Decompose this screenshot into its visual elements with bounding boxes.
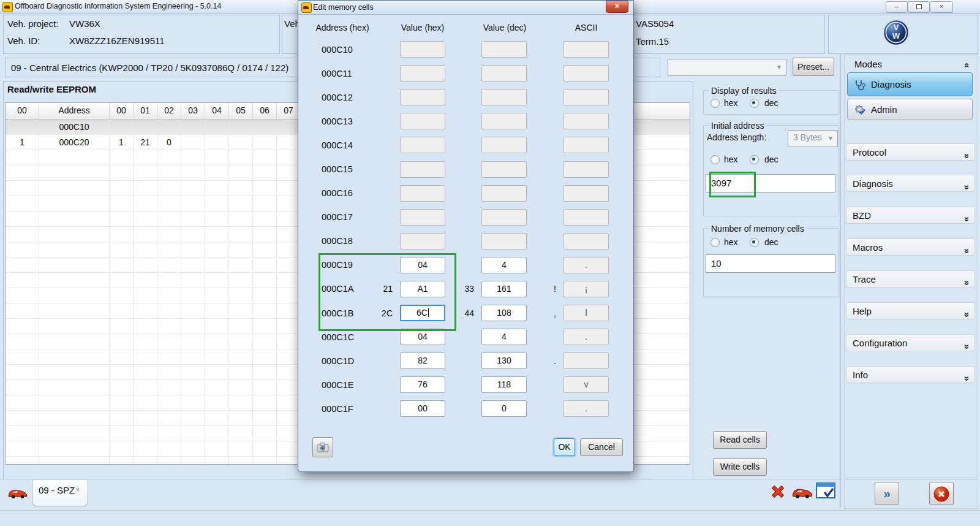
table-cell bbox=[110, 395, 134, 411]
cell-hex-input[interactable]: 00 bbox=[400, 400, 445, 417]
table-cell bbox=[253, 181, 277, 196]
initial-hex-radio[interactable] bbox=[710, 155, 720, 164]
cell-dec-input[interactable]: 108 bbox=[481, 305, 527, 321]
table-cell bbox=[39, 242, 110, 257]
cell-dec-input[interactable]: 130 bbox=[481, 353, 527, 369]
cell-dec-input[interactable]: 4 bbox=[481, 257, 527, 273]
sidebar-section-macros[interactable]: Macros» bbox=[846, 238, 975, 256]
exit-red-circle-icon bbox=[933, 486, 949, 502]
dialog-close-button[interactable]: × bbox=[606, 1, 628, 13]
preset-combobox[interactable]: ▼ bbox=[668, 59, 786, 76]
window-check-icon[interactable] bbox=[816, 482, 837, 501]
expand-down-icon[interactable]: » bbox=[959, 153, 975, 158]
read-cells-button[interactable]: Read cells bbox=[713, 431, 767, 449]
sidebar-section-bzd[interactable]: BZD» bbox=[846, 207, 975, 224]
session-tab-close-icon[interactable]: × bbox=[75, 485, 80, 494]
mode-button-label: Admin bbox=[871, 104, 897, 115]
cell-old-ascii: . bbox=[527, 356, 564, 366]
cell-hex-input[interactable]: 04 bbox=[400, 329, 445, 345]
session-tab[interactable]: 09 - SPZ × bbox=[32, 479, 88, 506]
initial-hex-label: hex bbox=[724, 154, 738, 164]
cells-hex-radio[interactable] bbox=[710, 238, 720, 247]
cell-hex-input[interactable] bbox=[400, 185, 445, 202]
preset-button[interactable]: Preset... bbox=[793, 58, 834, 76]
table-cell: 0 bbox=[157, 135, 181, 150]
cell-dec-input[interactable]: 0 bbox=[481, 400, 527, 417]
sidebar-section-label: Macros bbox=[853, 242, 883, 253]
cell-hex-input[interactable] bbox=[400, 41, 445, 58]
cancel-button[interactable]: Cancel bbox=[580, 438, 623, 456]
cell-dec-input[interactable] bbox=[481, 209, 527, 226]
expand-down-icon[interactable]: » bbox=[959, 185, 975, 189]
cell-hex-input[interactable] bbox=[400, 89, 445, 105]
continue-button[interactable]: » bbox=[875, 482, 899, 505]
cell-dec-input[interactable]: 118 bbox=[481, 376, 527, 393]
table-cell bbox=[253, 196, 277, 212]
screenshot-button[interactable] bbox=[312, 437, 333, 457]
display-hex-radio[interactable] bbox=[710, 99, 720, 108]
memory-cells-input[interactable]: 10 bbox=[706, 254, 835, 273]
table-cell bbox=[205, 411, 229, 426]
table-cell bbox=[181, 242, 205, 257]
expand-down-icon[interactable]: » bbox=[959, 312, 975, 317]
cell-dec-input[interactable] bbox=[481, 113, 527, 129]
expand-down-icon[interactable]: » bbox=[959, 216, 975, 221]
restore-button[interactable] bbox=[908, 1, 930, 13]
cell-hex-input[interactable] bbox=[400, 209, 445, 226]
table-cell bbox=[110, 120, 134, 135]
sidebar-section-help[interactable]: Help» bbox=[846, 302, 975, 319]
cell-dec-input[interactable] bbox=[481, 185, 527, 202]
sidebar-section-info[interactable]: Info» bbox=[846, 366, 975, 383]
cell-hex-input[interactable]: 76 bbox=[400, 376, 445, 393]
cell-hex-input[interactable]: A1 bbox=[400, 281, 445, 297]
close-button[interactable]: × bbox=[930, 1, 953, 13]
col-header-ascii: ASCII bbox=[575, 23, 598, 32]
cell-dec-input[interactable] bbox=[481, 89, 527, 105]
cell-hex-input[interactable]: 82 bbox=[400, 353, 445, 369]
display-dec-radio[interactable] bbox=[750, 99, 759, 108]
cell-hex-input[interactable] bbox=[400, 161, 445, 178]
cell-hex-input[interactable] bbox=[400, 113, 445, 129]
collapse-up-icon[interactable]: » bbox=[960, 63, 971, 67]
cell-dec-input[interactable] bbox=[481, 233, 527, 250]
cancel-x-icon[interactable] bbox=[769, 483, 786, 500]
cell-dec-input[interactable]: 4 bbox=[481, 329, 527, 345]
table-cell bbox=[181, 227, 205, 242]
sidebar-section-trace[interactable]: Trace» bbox=[846, 270, 975, 288]
table-cell bbox=[157, 120, 181, 135]
cells-dec-radio[interactable] bbox=[750, 238, 759, 247]
cell-hex-input[interactable]: 04 bbox=[400, 257, 445, 273]
cell-dec-input[interactable] bbox=[481, 65, 527, 82]
expand-down-icon[interactable]: » bbox=[959, 376, 975, 381]
cell-hex-input[interactable] bbox=[400, 233, 445, 250]
sidebar-section-configuration[interactable]: Configuration» bbox=[846, 334, 975, 351]
table-cell bbox=[253, 334, 277, 349]
mode-button-diagnosis[interactable]: Diagnosis bbox=[847, 72, 973, 96]
cell-dec-input[interactable] bbox=[481, 161, 527, 178]
table-cell bbox=[229, 380, 253, 395]
ok-button[interactable]: OK bbox=[554, 438, 575, 456]
cell-hex-input[interactable] bbox=[400, 137, 445, 153]
cell-hex-input[interactable] bbox=[400, 65, 445, 82]
cell-dec-input[interactable] bbox=[481, 41, 527, 58]
write-cells-button[interactable]: Write cells bbox=[713, 458, 767, 476]
expand-down-icon[interactable]: » bbox=[959, 248, 975, 253]
cell-dec-input[interactable]: 161 bbox=[481, 281, 527, 297]
address-length-value: 3 Bytes bbox=[793, 132, 822, 142]
car-action-icon[interactable] bbox=[791, 486, 813, 500]
address-length-combobox[interactable]: 3 Bytes ▼ bbox=[788, 130, 838, 147]
sidebar-section-diagnosis[interactable]: Diagnosis» bbox=[846, 175, 975, 192]
table-cell bbox=[6, 441, 39, 457]
expand-down-icon[interactable]: » bbox=[959, 344, 975, 349]
mode-button-admin[interactable]: Admin bbox=[847, 99, 973, 120]
sidebar-section-protocol[interactable]: Protocol» bbox=[846, 143, 975, 161]
table-cell bbox=[205, 426, 229, 441]
initial-address-input[interactable]: 3097 bbox=[706, 174, 835, 192]
expand-down-icon[interactable]: » bbox=[959, 280, 975, 285]
eeprom-col-header: 04 bbox=[205, 103, 229, 119]
exit-button[interactable] bbox=[929, 482, 954, 505]
initial-dec-radio[interactable] bbox=[750, 155, 759, 164]
minimize-button[interactable]: – bbox=[886, 1, 908, 13]
cell-dec-input[interactable] bbox=[481, 137, 527, 153]
cell-hex-input[interactable]: 6C bbox=[400, 305, 445, 321]
